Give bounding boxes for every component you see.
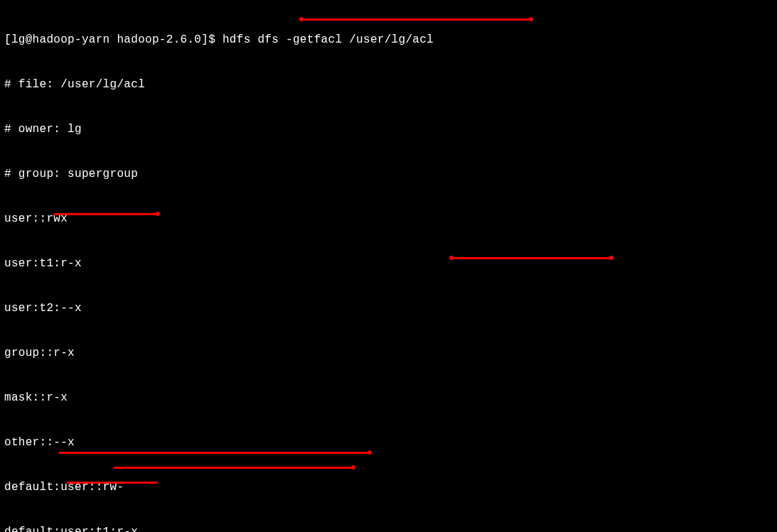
line-output: # owner: lg xyxy=(4,122,773,137)
annotation-underline xyxy=(59,452,370,454)
annotation-underline xyxy=(114,467,353,469)
annotation-dot xyxy=(368,450,372,455)
line-output: # file: /user/lg/acl xyxy=(4,77,773,92)
line-output: group::r-x xyxy=(4,346,773,361)
line-cmd-getfacl-1: [lg@hadoop-yarn hadoop-2.6.0]$ hdfs dfs … xyxy=(4,33,773,48)
line-output: user:t1:r-x xyxy=(4,256,773,271)
annotation-underline xyxy=(54,213,158,215)
annotation-dot xyxy=(299,17,304,21)
line-output: user:t2:--x xyxy=(4,301,773,316)
annotation-dot xyxy=(449,256,454,260)
annotation-dot xyxy=(351,465,355,469)
line-output: default:user:t1:r-x xyxy=(4,525,773,532)
annotation-underline xyxy=(451,257,611,259)
annotation-underline xyxy=(67,482,158,484)
annotation-underline xyxy=(301,18,531,21)
command-text: hdfs dfs -getfacl /user/lg/acl xyxy=(223,33,434,46)
line-output: # group: supergroup xyxy=(4,167,773,182)
annotation-dot xyxy=(156,212,160,216)
annotation-dot xyxy=(609,256,613,260)
line-output: mask::r-x xyxy=(4,391,773,406)
line-output: other::--x xyxy=(4,435,773,450)
shell-prompt: [lg@hadoop-yarn hadoop-2.6.0]$ xyxy=(4,33,223,46)
annotation-dot xyxy=(529,17,533,21)
terminal-output[interactable]: [lg@hadoop-yarn hadoop-2.6.0]$ hdfs dfs … xyxy=(0,0,777,532)
